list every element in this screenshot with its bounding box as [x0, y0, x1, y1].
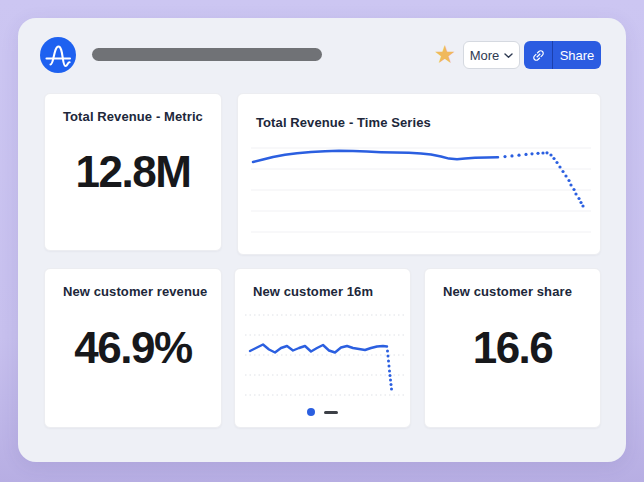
new-customer-16m-line-chart [245, 313, 405, 403]
dashboard-title-placeholder-bar [92, 48, 322, 61]
share-button[interactable]: Share [553, 41, 601, 69]
share-split-button[interactable]: Share [524, 41, 601, 69]
card-total-revenue-time-series[interactable]: Total Revenue - Time Series [237, 93, 601, 255]
link-icon [531, 48, 546, 63]
card-new-customer-revenue[interactable]: New customer revenue 46.9% [44, 268, 222, 428]
card-total-revenue-metric[interactable]: Total Revenue - Metric 12.8M [44, 93, 222, 251]
metric-value: 16.6 [425, 269, 600, 427]
total-revenue-line-chart [251, 144, 591, 244]
star-icon[interactable]: ★ [431, 40, 459, 70]
card-title: Total Revenue - Time Series [256, 115, 431, 130]
chart-legend [235, 408, 410, 416]
amplitude-logo-icon [40, 37, 76, 73]
legend-dot-icon [307, 408, 315, 416]
share-button-label: Share [560, 48, 595, 63]
copy-link-button[interactable] [524, 41, 553, 69]
legend-dash-icon [324, 411, 338, 414]
card-new-customer-share[interactable]: New customer share 16.6 [424, 268, 601, 428]
card-title: New customer 16m [253, 284, 373, 299]
more-button-label: More [470, 48, 500, 63]
chevron-down-icon [504, 53, 513, 59]
metric-value: 46.9% [45, 269, 221, 427]
metric-value: 12.8M [45, 94, 221, 250]
more-button[interactable]: More [463, 41, 520, 69]
card-new-customer-16m[interactable]: New customer 16m [234, 268, 411, 428]
dashboard-panel: ★ More Share Total Revenue - Metric 12.8… [18, 18, 626, 462]
